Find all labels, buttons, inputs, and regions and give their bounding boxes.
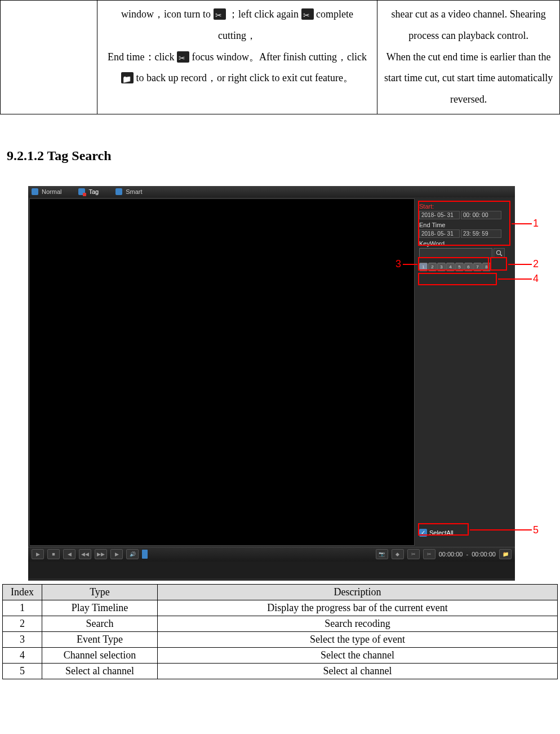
cut-table-notes: shear cut as a video channel. Shearing p… bbox=[377, 1, 560, 114]
channel-button[interactable]: 5 bbox=[455, 263, 464, 271]
cell-index: 3 bbox=[3, 631, 42, 647]
index-description-table: Index Type Description 1 Play Timeline D… bbox=[2, 584, 558, 679]
th-index: Index bbox=[3, 584, 42, 600]
callout-line bbox=[403, 264, 417, 265]
tab-smart[interactable]: Smart bbox=[115, 188, 142, 195]
callout-line bbox=[508, 264, 532, 265]
cell-index: 5 bbox=[3, 663, 42, 679]
backup-button[interactable]: 📁 bbox=[499, 549, 512, 559]
step-back-button[interactable]: ◀ bbox=[63, 549, 75, 559]
txt: ；left click again bbox=[228, 8, 299, 20]
tag-search-figure: Normal Tag Smart Start: 2018- 05- 31 00:… bbox=[28, 186, 535, 581]
cell-desc: Select al channel bbox=[158, 663, 558, 679]
tab-icon bbox=[115, 188, 122, 195]
start-date-input[interactable]: 2018- 05- 31 bbox=[419, 211, 460, 219]
tab-normal[interactable]: Normal bbox=[32, 188, 61, 195]
search-panel: Start: 2018- 05- 31 00: 00: 00 End Time … bbox=[416, 197, 515, 547]
svg-line-1 bbox=[500, 254, 502, 256]
txt: End time：click bbox=[108, 51, 174, 63]
channel-button[interactable]: 7 bbox=[473, 263, 482, 271]
cut-focus-button[interactable]: ✂ bbox=[423, 549, 435, 559]
playback-app: Normal Tag Smart Start: 2018- 05- 31 00:… bbox=[28, 186, 515, 581]
play-button[interactable]: ▶ bbox=[32, 549, 44, 559]
end-label: End Time bbox=[419, 222, 513, 228]
channel-button[interactable]: 2 bbox=[428, 263, 437, 271]
callout-number-4: 4 bbox=[533, 273, 539, 285]
channel-button[interactable]: 4 bbox=[446, 263, 455, 271]
txt: window，icon turn to bbox=[121, 8, 214, 20]
cell-index: 2 bbox=[3, 616, 42, 631]
channel-button[interactable]: 8 bbox=[482, 263, 491, 271]
scissors-icon bbox=[214, 8, 226, 20]
tab-icon bbox=[32, 188, 38, 195]
volume-slider[interactable] bbox=[142, 550, 148, 559]
start-time-input[interactable]: 00: 00: 00 bbox=[461, 211, 501, 219]
keyword-input[interactable] bbox=[419, 248, 492, 258]
tab-label: Normal bbox=[42, 188, 61, 195]
tab-label: Smart bbox=[126, 188, 142, 195]
th-type: Type bbox=[42, 584, 158, 600]
select-all-row[interactable]: ✓ SelectAll bbox=[419, 529, 454, 537]
cut-table-instructions: window，icon turn to ；left click again co… bbox=[97, 1, 377, 114]
channel-button[interactable]: 1 bbox=[419, 263, 428, 271]
end-date-input[interactable]: 2018- 05- 31 bbox=[419, 229, 460, 238]
cell-type: Event Type bbox=[42, 631, 158, 647]
table-row: 1 Play Timeline Display the progress bar… bbox=[3, 600, 558, 616]
snapshot-button[interactable]: 📷 bbox=[376, 549, 388, 559]
keyword-label: KeyWord bbox=[419, 240, 513, 247]
timeline[interactable] bbox=[28, 561, 515, 578]
channel-button[interactable]: 6 bbox=[464, 263, 473, 271]
txt: to back up record，or right click to exit… bbox=[136, 72, 353, 83]
section-heading: 9.2.1.2 Tag Search bbox=[7, 148, 560, 163]
rewind-button[interactable]: ◀◀ bbox=[79, 549, 91, 559]
table-row: 2 Search Search recoding bbox=[3, 616, 558, 631]
tab-label: Tag bbox=[88, 188, 99, 195]
time-sep: - bbox=[466, 551, 469, 558]
cell-index: 4 bbox=[3, 647, 42, 663]
start-label: Start: bbox=[419, 203, 513, 210]
channel-selector: 1 2 3 4 5 6 7 8 bbox=[419, 263, 513, 271]
scissors-icon bbox=[301, 8, 314, 20]
time-left: 00:00:00 bbox=[439, 551, 463, 558]
cell-type: Search bbox=[42, 616, 158, 631]
callout-line bbox=[512, 223, 532, 224]
forward-button[interactable]: ▶▶ bbox=[95, 549, 107, 559]
folder-icon bbox=[121, 72, 134, 83]
search-icon bbox=[496, 250, 503, 257]
cut-button[interactable]: ✂ bbox=[407, 549, 420, 559]
volume-button[interactable]: 🔊 bbox=[126, 549, 139, 559]
cell-type: Channel selection bbox=[42, 647, 158, 663]
tab-tag[interactable]: Tag bbox=[78, 188, 99, 195]
video-viewport[interactable] bbox=[29, 198, 415, 546]
cell-index: 1 bbox=[3, 600, 42, 616]
callout-number-5: 5 bbox=[533, 524, 539, 536]
cut-table-col1 bbox=[1, 1, 97, 114]
cell-desc: Select the channel bbox=[158, 647, 558, 663]
time-right: 00:00:00 bbox=[472, 551, 496, 558]
cut-feature-table: window，icon turn to ；left click again co… bbox=[0, 0, 560, 114]
svg-point-0 bbox=[497, 250, 501, 254]
callout-number-1: 1 bbox=[533, 218, 539, 229]
table-row: 3 Event Type Select the type of event bbox=[3, 631, 558, 647]
callout-number-2: 2 bbox=[533, 258, 539, 270]
end-time-input[interactable]: 23: 59: 59 bbox=[461, 229, 501, 238]
stop-button[interactable]: ■ bbox=[47, 549, 60, 559]
table-row: 5 Select al channel Select al channel bbox=[3, 663, 558, 679]
checkbox-icon: ✓ bbox=[419, 529, 427, 537]
playback-toolbar: ▶ ■ ◀ ◀◀ ▶▶ ▶ 🔊 📷 ◆ ✂ ✂ 00:00:00 - 00:00… bbox=[28, 547, 515, 561]
tab-icon bbox=[78, 188, 85, 195]
th-desc: Description bbox=[158, 584, 558, 600]
search-button[interactable] bbox=[494, 248, 505, 258]
callout-line bbox=[470, 529, 532, 530]
tag-button[interactable]: ◆ bbox=[392, 549, 404, 559]
search-tabs: Normal Tag Smart bbox=[28, 186, 515, 197]
channel-button[interactable]: 3 bbox=[437, 263, 446, 271]
table-row: 4 Channel selection Select the channel bbox=[3, 647, 558, 663]
step-fwd-button[interactable]: ▶ bbox=[110, 549, 123, 559]
txt: focus window。After finish cutting，click bbox=[192, 51, 367, 63]
cell-desc: Search recoding bbox=[158, 616, 558, 631]
cell-type: Select al channel bbox=[42, 663, 158, 679]
callout-number-3: 3 bbox=[395, 258, 401, 270]
cell-desc: Display the progress bar of the current … bbox=[158, 600, 558, 616]
callout-line bbox=[498, 278, 532, 280]
